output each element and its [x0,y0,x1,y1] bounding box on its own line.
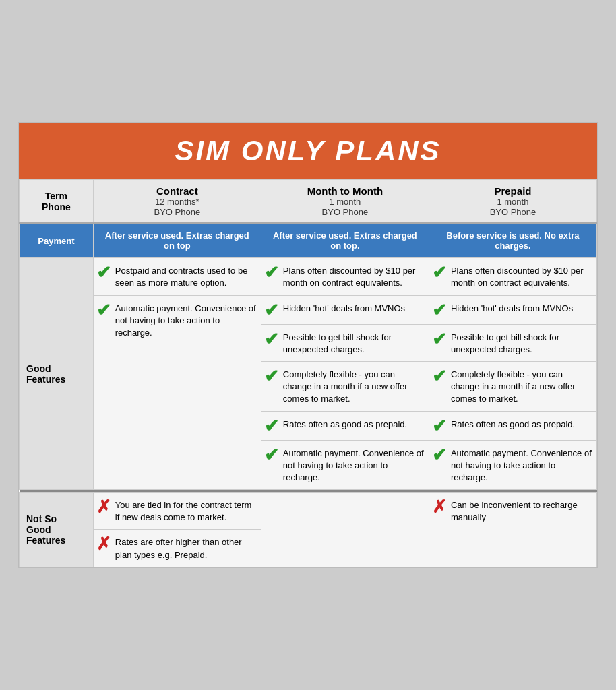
check-icon-14: ✔ [432,446,447,464]
payment-prepaid: Before service is used. No extra charges… [429,223,596,258]
contract-plan-name: Contract [100,185,254,197]
good-features-row: Good Features ✔ Postpaid and contracts u… [20,258,597,490]
page-title: SIM ONLY PLANS [26,135,590,167]
month-good-item-2: ✔ Hidden 'hot' deals from MVNOs [261,296,429,325]
prepaid-good-features: ✔ Plans often discounted by $10 per mont… [429,258,596,490]
check-icon-3: ✔ [264,263,279,281]
month-good-text-4: Completely flexible - you can change in … [283,367,426,406]
month-good-text-5: Rates often as good as prepaid. [283,417,426,431]
payment-row: Payment After service used. Extras charg… [20,223,597,258]
payment-label: Payment [20,223,94,258]
month-good-text-2: Hidden 'hot' deals from MVNOs [283,301,426,315]
good-features-label: Good Features [20,258,94,490]
prepaid-good-text-3: Possible to get bill shock for unexpecte… [451,330,594,356]
check-icon-2: ✔ [96,301,111,319]
check-icon-7: ✔ [264,417,279,435]
prepaid-good-item-1: ✔ Plans often discounted by $10 per mont… [429,258,596,295]
prepaid-not-good-item-1: ✗ Can be inconvenient to recharge manual… [429,493,596,529]
contract-good-features: ✔ Postpaid and contracts used to be seen… [93,258,261,490]
comparison-table: SIM ONLY PLANS Term Phone Contract 12 mo… [18,122,598,568]
prepaid-good-item-3: ✔ Possible to get bill shock for unexpec… [429,325,596,362]
contract-not-good-list: ✗ You are tied in for the contract term … [94,493,261,567]
month-good-item-1: ✔ Plans often discounted by $10 per mont… [261,258,429,295]
prepaid-not-good-features: ✗ Can be inconvenient to recharge manual… [429,493,596,567]
contract-header: Contract 12 months* BYO Phone [93,180,261,224]
prepaid-phone: BYO Phone [436,207,590,217]
month-good-item-5: ✔ Rates often as good as prepaid. [261,412,429,441]
month-good-text-6: Automatic payment. Convenience of not ha… [283,446,426,484]
header-label-cell: Term Phone [20,180,94,224]
check-icon-11: ✔ [432,330,447,348]
payment-month: After service used. Extras charged on to… [261,223,429,258]
prepaid-good-text-1: Plans often discounted by $10 per month … [451,263,594,289]
month-good-text-1: Plans often discounted by $10 per month … [283,263,426,289]
contract-not-good-item-2: ✗ Rates are ofter higher than other plan… [94,530,261,566]
prepaid-term: 1 month [436,197,590,207]
month-header: Month to Month 1 month BYO Phone [261,180,429,224]
month-good-features: ✔ Plans often discounted by $10 per mont… [261,258,429,490]
prepaid-not-good-text-1: Can be inconvenient to recharge manually [451,498,594,524]
prepaid-not-good-list: ✗ Can be inconvenient to recharge manual… [429,493,596,529]
check-icon-5: ✔ [264,330,279,348]
month-good-item-6: ✔ Automatic payment. Convenience of not … [261,441,429,490]
header-row: Term Phone Contract 12 months* BYO Phone… [20,180,597,224]
check-icon-9: ✔ [432,263,447,281]
month-good-item-3: ✔ Possible to get bill shock for unexpec… [261,325,429,362]
check-icon-12: ✔ [432,367,447,385]
contract-phone: BYO Phone [100,207,254,217]
check-icon-1: ✔ [96,263,111,281]
contract-good-item-1: ✔ Postpaid and contracts used to be seen… [94,258,261,295]
not-good-features-row: Not So Good Features ✗ You are tied in f… [20,493,597,567]
contract-not-good-features: ✗ You are tied in for the contract term … [93,493,261,567]
check-icon-8: ✔ [264,446,279,464]
contract-not-good-text-1: You are tied in for the contract term if… [115,498,258,524]
month-good-item-4: ✔ Completely flexible - you can change i… [261,362,429,412]
check-icon-10: ✔ [432,301,447,319]
month-not-good-features [261,493,429,567]
prepaid-good-text-2: Hidden 'hot' deals from MVNOs [451,301,594,315]
prepaid-good-text-5: Rates often as good as prepaid. [451,417,594,431]
prepaid-good-item-6: ✔ Automatic payment. Convenience of not … [429,441,596,490]
title-bar: SIM ONLY PLANS [19,123,597,179]
check-icon-6: ✔ [264,367,279,385]
prepaid-good-text-6: Automatic payment. Convenience of not ha… [451,446,594,484]
check-icon-4: ✔ [264,301,279,319]
month-good-text-3: Possible to get bill shock for unexpecte… [283,330,426,356]
contract-not-good-text-2: Rates are ofter higher than other plan t… [115,535,258,561]
cross-icon-2: ✗ [96,535,111,553]
payment-contract: After service used. Extras charged on to… [93,223,261,258]
prepaid-plan-name: Prepaid [436,185,590,197]
cross-icon-3: ✗ [432,498,447,515]
contract-good-list: ✔ Postpaid and contracts used to be seen… [94,258,261,344]
not-good-features-label: Not So Good Features [20,493,94,567]
month-good-list: ✔ Plans often discounted by $10 per mont… [261,258,429,489]
prepaid-good-item-5: ✔ Rates often as good as prepaid. [429,412,596,441]
month-term: 1 month [268,197,422,207]
month-plan-name: Month to Month [268,185,422,197]
check-icon-13: ✔ [432,417,447,435]
prepaid-good-text-4: Completely flexible - you can change in … [451,367,594,406]
prepaid-good-item-4: ✔ Completely flexible - you can change i… [429,362,596,412]
term-phone-label: Term Phone [42,191,71,212]
contract-not-good-item-1: ✗ You are tied in for the contract term … [94,493,261,530]
prepaid-good-list: ✔ Plans often discounted by $10 per mont… [429,258,596,489]
month-phone: BYO Phone [268,207,422,217]
prepaid-header: Prepaid 1 month BYO Phone [429,180,596,224]
prepaid-good-item-2: ✔ Hidden 'hot' deals from MVNOs [429,296,596,325]
cross-icon-1: ✗ [96,498,111,515]
contract-good-text-2: Automatic payment. Convenience of not ha… [115,301,258,340]
contract-good-item-2: ✔ Automatic payment. Convenience of not … [94,296,261,345]
contract-good-text-1: Postpaid and contracts used to be seen a… [115,263,258,289]
contract-term: 12 months* [100,197,254,207]
